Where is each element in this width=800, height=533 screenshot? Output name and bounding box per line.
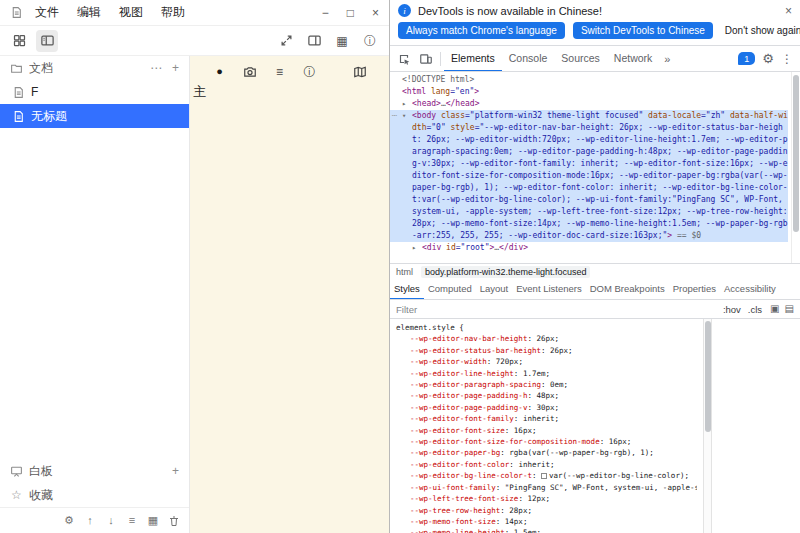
css-property[interactable]: --wp-editor-paper-bg: rgba(var(--wp-pape… xyxy=(396,447,697,458)
doc-list-item[interactable]: F xyxy=(0,80,189,104)
issues-counter-badge[interactable]: 1 xyxy=(738,52,755,65)
tree-line[interactable]: ⋯▾<body class="platform-win32 theme-ligh… xyxy=(390,110,788,242)
collapse-arrow-icon[interactable]: ▸ xyxy=(412,242,422,254)
elements-scrollbar-thumb[interactable] xyxy=(793,75,799,232)
inspect-element-icon[interactable] xyxy=(393,48,415,70)
sidetab-event-listeners[interactable]: Event Listeners xyxy=(512,280,585,300)
css-property-value: 1.7em xyxy=(523,369,546,378)
tab-sources[interactable]: Sources xyxy=(554,46,607,72)
style-rule-selector[interactable]: element.style { xyxy=(396,322,697,333)
infobar-close-icon[interactable]: × xyxy=(785,5,792,17)
css-property[interactable]: --wp-editor-status-bar-height: 26px; xyxy=(396,345,697,356)
more-options-icon[interactable]: ⋯ xyxy=(150,62,162,74)
css-property[interactable]: --wp-editor-font-size: 16px; xyxy=(396,425,697,436)
css-property[interactable]: --wp-left-tree-font-size: 12px; xyxy=(396,493,697,504)
styles-scrollbar[interactable] xyxy=(703,319,712,533)
add-whiteboard-icon[interactable]: + xyxy=(172,465,179,477)
menu-item[interactable]: 文件 xyxy=(35,4,59,21)
switch-to-chinese-button[interactable]: Switch DevTools to Chinese xyxy=(573,22,713,39)
new-style-rule-icon[interactable]: ▣ xyxy=(770,304,779,314)
tree-line[interactable]: ▸<head>…</head> xyxy=(390,98,788,110)
sidetab-layout[interactable]: Layout xyxy=(476,280,513,300)
match-language-button[interactable]: Always match Chrome's language xyxy=(398,22,565,39)
tab-network[interactable]: Network xyxy=(607,46,660,72)
move-up-icon[interactable]: ↑ xyxy=(81,512,99,530)
menu-item[interactable]: 视图 xyxy=(119,4,143,21)
css-property[interactable]: --wp-ui-font-family: "PingFang SC", WP-F… xyxy=(396,482,697,493)
sidetab-properties[interactable]: Properties xyxy=(669,280,720,300)
sidetab-computed[interactable]: Computed xyxy=(424,280,476,300)
css-property[interactable]: --wp-editor-page-padding-h: 48px; xyxy=(396,390,697,401)
css-property[interactable]: --wp-editor-font-family: inherit; xyxy=(396,413,697,424)
elements-scrollbar[interactable] xyxy=(791,72,800,263)
tree-line[interactable]: <!DOCTYPE html> xyxy=(390,74,788,86)
tab-console[interactable]: Console xyxy=(502,46,555,72)
maximize-button[interactable]: □ xyxy=(347,7,354,19)
infobar-message-row: i DevTools is now available in Chinese! … xyxy=(398,4,792,17)
expand-icon[interactable] xyxy=(275,30,297,52)
map-icon[interactable] xyxy=(351,63,369,81)
tree-line[interactable]: ▸<div id="root">…</div> xyxy=(390,242,788,254)
css-property-name: --wp-editor-paragraph-spacing xyxy=(410,380,541,389)
devtools-settings-icon[interactable]: ⚙ xyxy=(762,52,774,65)
style-filter-input[interactable] xyxy=(396,304,715,315)
filter-toggle[interactable]: .cls xyxy=(748,304,762,315)
tree-line[interactable]: <html lang="en"> xyxy=(390,86,788,98)
record-icon[interactable]: ● xyxy=(211,63,229,81)
css-property[interactable]: --wp-memo-font-size: 14px; xyxy=(396,516,697,527)
css-property[interactable]: --wp-editor-paragraph-spacing: 0em; xyxy=(396,379,697,390)
css-property[interactable]: --wp-editor-nav-bar-height: 26px; xyxy=(396,333,697,344)
page-icon xyxy=(12,86,25,99)
css-property[interactable]: --wp-tree-row-height: 28px; xyxy=(396,505,697,516)
expand-arrow-icon[interactable]: ▾ xyxy=(402,110,412,122)
grid-view-icon[interactable]: ▦ xyxy=(331,30,353,52)
move-down-icon[interactable]: ↓ xyxy=(102,512,120,530)
styles-scrollbar-thumb[interactable] xyxy=(705,321,711,432)
tab-elements[interactable]: Elements xyxy=(444,46,502,72)
add-doc-icon[interactable]: + xyxy=(172,62,179,74)
breadcrumb-item[interactable]: body.platform-win32.theme-light.focused xyxy=(421,266,590,278)
css-property[interactable]: --wp-editor-line-height: 1.7em; xyxy=(396,368,697,379)
devtools-menu-icon[interactable]: ⋮ xyxy=(781,53,793,65)
whiteboard-icon xyxy=(10,465,23,478)
sidebar-section-whiteboard[interactable]: 白板 + xyxy=(0,459,189,483)
node-menu-icon[interactable]: ⋯ xyxy=(392,110,402,122)
columns-layout-icon[interactable] xyxy=(303,30,325,52)
css-property[interactable]: --wp-editor-font-color: inherit; xyxy=(396,459,697,470)
list-view-icon[interactable]: ≡ xyxy=(123,512,141,530)
css-property[interactable]: --wp-editor-font-size-for-composition-mo… xyxy=(396,436,697,447)
sidebar-section-favorites[interactable]: ☆ 收藏 xyxy=(0,483,189,507)
trash-icon[interactable] xyxy=(165,512,183,530)
sidetab-dom-breakpoints[interactable]: DOM Breakpoints xyxy=(586,280,669,300)
page-icon xyxy=(12,110,25,123)
grid-menu-icon[interactable] xyxy=(8,30,30,52)
computed-panel-toggle-icon[interactable]: ▤ xyxy=(785,304,794,314)
info-icon[interactable]: ⓘ xyxy=(359,30,381,52)
css-property[interactable]: --wp-memo-line-height: 1.5em; xyxy=(396,527,697,533)
filter-toggle[interactable]: :hov xyxy=(723,304,741,315)
sidebar-toggle-icon[interactable] xyxy=(36,30,58,52)
css-property[interactable]: --wp-editor-page-padding-v: 30px; xyxy=(396,402,697,413)
css-property[interactable]: --wp-editor-bg-line-color-t: var(--wp-ed… xyxy=(396,470,697,481)
device-toolbar-icon[interactable] xyxy=(415,48,437,70)
breadcrumb-item[interactable]: html xyxy=(396,267,413,277)
sidetab-styles[interactable]: Styles xyxy=(390,280,424,300)
collapse-arrow-icon[interactable]: ▸ xyxy=(402,98,412,110)
color-swatch-icon[interactable] xyxy=(541,473,547,479)
editor-content[interactable]: 主 xyxy=(190,82,389,101)
more-tabs-icon[interactable]: » xyxy=(659,53,675,65)
doc-list-item[interactable]: 无标题 xyxy=(0,104,189,128)
dont-show-again-button[interactable]: Don't show again xyxy=(721,22,800,39)
camera-icon[interactable] xyxy=(241,63,259,81)
sidebar-section-docs[interactable]: 文档 ⋯ + xyxy=(0,56,189,80)
doc-info-icon[interactable]: ⓘ xyxy=(301,63,319,81)
css-property[interactable]: --wp-editor-width: 720px; xyxy=(396,356,697,367)
close-button[interactable]: × xyxy=(372,7,379,19)
settings-gear-icon[interactable]: ⚙ xyxy=(60,512,78,530)
menu-item[interactable]: 帮助 xyxy=(161,4,185,21)
menu-item[interactable]: 编辑 xyxy=(77,4,101,21)
sidetab-accessibility[interactable]: Accessibility xyxy=(720,280,780,300)
grid-small-icon[interactable]: ▦ xyxy=(144,512,162,530)
outline-list-icon[interactable]: ≡ xyxy=(271,63,289,81)
minimize-button[interactable]: − xyxy=(322,7,329,19)
